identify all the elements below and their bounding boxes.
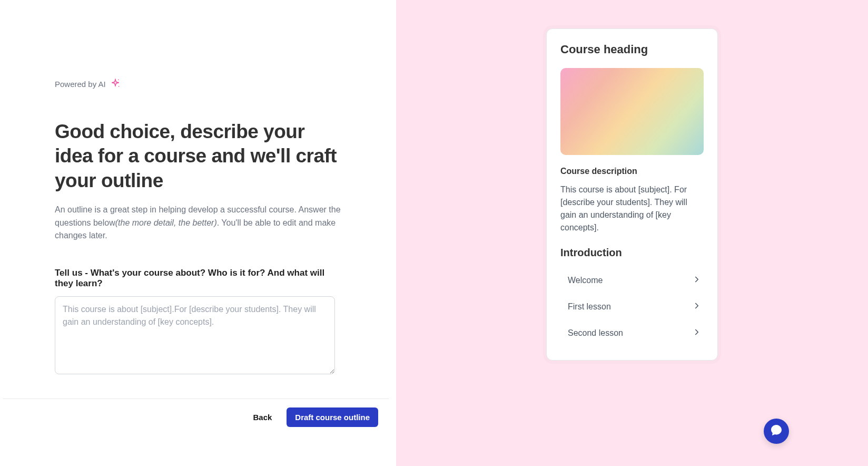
chevron-right-icon: [692, 327, 702, 339]
preview-course-image: [560, 68, 704, 155]
lesson-item-label: Welcome: [568, 276, 603, 285]
footer-actions: Back Draft course outline: [3, 399, 389, 435]
svg-point-1: [119, 86, 120, 87]
lesson-item-welcome[interactable]: Welcome: [560, 267, 704, 294]
preview-course-heading: Course heading: [560, 43, 704, 56]
powered-by-text: Powered by AI: [55, 80, 106, 89]
back-button[interactable]: Back: [246, 407, 278, 427]
powered-by-label: Powered by AI: [55, 78, 341, 90]
form-content: Powered by AI Good choice, describe your…: [0, 0, 396, 466]
preview-description-text: This course is about [subject]. For [des…: [560, 183, 704, 234]
course-preview-card: Course heading Course description This c…: [546, 28, 718, 361]
chevron-right-icon: [692, 301, 702, 313]
preview-panel: Course heading Course description This c…: [396, 0, 868, 466]
draft-course-outline-button[interactable]: Draft course outline: [287, 407, 378, 427]
chat-fab-button[interactable]: [764, 419, 789, 444]
lesson-item-first[interactable]: First lesson: [560, 294, 704, 320]
textarea-label: Tell us - What's your course about? Who …: [55, 268, 341, 289]
subtext-italic: (the more detail, the better): [115, 218, 217, 227]
chevron-right-icon: [692, 275, 702, 286]
lesson-item-second[interactable]: Second lesson: [560, 320, 704, 346]
svg-point-0: [118, 80, 119, 81]
sparkle-icon: [110, 78, 121, 90]
page-subtext: An outline is a great step in helping de…: [55, 203, 341, 242]
chat-icon: [770, 424, 783, 439]
preview-section-title: Introduction: [560, 247, 704, 259]
lesson-item-label: First lesson: [568, 302, 611, 312]
course-description-input[interactable]: [55, 296, 335, 374]
page-headline: Good choice, describe your idea for a co…: [55, 120, 341, 193]
form-panel: Powered by AI Good choice, describe your…: [0, 0, 396, 466]
lesson-item-label: Second lesson: [568, 328, 623, 338]
preview-description-label: Course description: [560, 167, 704, 176]
